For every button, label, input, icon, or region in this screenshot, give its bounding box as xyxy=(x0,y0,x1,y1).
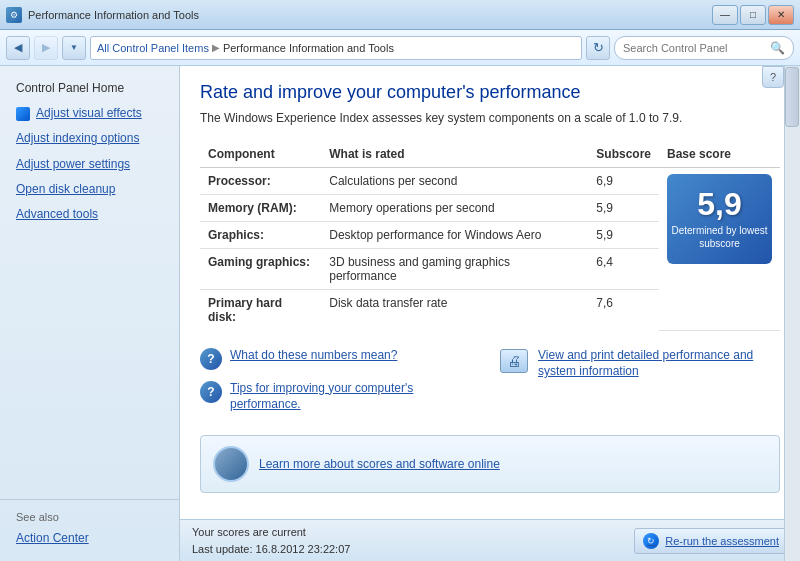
scrollbar-track[interactable] xyxy=(784,66,800,561)
row-disk-name: Primary hard disk: xyxy=(200,290,321,331)
breadcrumb-sep1: ▶ xyxy=(212,42,220,53)
row-graphics-what: Desktop performance for Windows Aero xyxy=(321,222,588,249)
performance-table: Component What is rated Subscore Base sc… xyxy=(200,141,780,331)
row-processor-name: Processor: xyxy=(200,168,321,195)
help-icon-1: ? xyxy=(200,348,222,370)
close-button[interactable]: ✕ xyxy=(768,5,794,25)
link-print-performance[interactable]: View and print detailed performance and … xyxy=(538,347,780,381)
address-bar: ◀ ▶ ▼ All Control Panel Items ▶ Performa… xyxy=(0,30,800,66)
learn-more-box: Learn more about scores and software onl… xyxy=(200,435,780,493)
rerun-icon: ↻ xyxy=(643,533,659,549)
breadcrumb-all-items[interactable]: All Control Panel Items xyxy=(97,42,209,54)
sidebar-nav: Control Panel Home Adjust visual effects… xyxy=(0,76,179,491)
row-processor-subscore: 6,9 xyxy=(588,168,659,195)
window-controls: — □ ✕ xyxy=(712,5,794,25)
search-box: 🔍 xyxy=(614,36,794,60)
window-title: Performance Information and Tools xyxy=(28,9,199,21)
base-score-label: Determined by lowest subscore xyxy=(667,224,772,250)
title-bar-left: ⚙ Performance Information and Tools xyxy=(6,7,199,23)
row-gaming-what: 3D business and gaming graphics performa… xyxy=(321,249,588,290)
link-improving-performance[interactable]: Tips for improving your computer's perfo… xyxy=(230,380,482,414)
row-disk-subscore: 7,6 xyxy=(588,290,659,331)
row-processor-what: Calculations per second xyxy=(321,168,588,195)
maximize-button[interactable]: □ xyxy=(740,5,766,25)
row-memory-name: Memory (RAM): xyxy=(200,195,321,222)
links-right: 🖨 View and print detailed performance an… xyxy=(498,347,780,424)
col-component: Component xyxy=(200,141,321,168)
row-memory-what: Memory operations per second xyxy=(321,195,588,222)
refresh-button[interactable]: ↻ xyxy=(586,36,610,60)
forward-button[interactable]: ▶ xyxy=(34,36,58,60)
globe-icon xyxy=(213,446,249,482)
link-learn-more[interactable]: Learn more about scores and software onl… xyxy=(259,456,500,473)
scrollbar-thumb[interactable] xyxy=(785,67,799,127)
base-score-cell: 5,9 Determined by lowest subscore xyxy=(659,168,780,331)
content-subtitle: The Windows Experience Index assesses ke… xyxy=(200,111,780,125)
search-input[interactable] xyxy=(623,42,766,54)
table-row: Processor: Calculations per second 6,9 5… xyxy=(200,168,780,195)
dropdown-button[interactable]: ▼ xyxy=(62,36,86,60)
col-base-score: Base score xyxy=(659,141,780,168)
col-subscore: Subscore xyxy=(588,141,659,168)
status-line2: Last update: 16.8.2012 23:22:07 xyxy=(192,541,350,558)
print-icon-container: 🖨 xyxy=(498,347,530,375)
sidebar: Control Panel Home Adjust visual effects… xyxy=(0,66,180,561)
sidebar-item-advanced-tools[interactable]: Advanced tools xyxy=(0,202,179,227)
status-line1: Your scores are current xyxy=(192,524,350,541)
rerun-label: Re-run the assessment xyxy=(665,535,779,547)
sidebar-item-control-panel-home[interactable]: Control Panel Home xyxy=(0,76,179,101)
breadcrumb: All Control Panel Items ▶ Performance In… xyxy=(90,36,582,60)
minimize-button[interactable]: — xyxy=(712,5,738,25)
shield-icon xyxy=(16,107,30,121)
base-score-box: 5,9 Determined by lowest subscore xyxy=(667,174,772,264)
rerun-button[interactable]: ↻ Re-run the assessment xyxy=(634,528,788,554)
sidebar-item-disk-cleanup[interactable]: Open disk cleanup xyxy=(0,177,179,202)
see-also-label: See also xyxy=(0,508,179,526)
help-icon-2: ? xyxy=(200,381,222,403)
search-icon[interactable]: 🔍 xyxy=(770,41,785,55)
page-title: Rate and improve your computer's perform… xyxy=(200,82,780,103)
sidebar-item-visual-effects[interactable]: Adjust visual effects xyxy=(0,101,179,126)
links-section: ? What do these numbers mean? ? Tips for… xyxy=(200,347,780,424)
row-disk-what: Disk data transfer rate xyxy=(321,290,588,331)
sidebar-item-indexing[interactable]: Adjust indexing options xyxy=(0,126,179,151)
back-button[interactable]: ◀ xyxy=(6,36,30,60)
window-icon: ⚙ xyxy=(6,7,22,23)
status-text: Your scores are current Last update: 16.… xyxy=(192,524,350,557)
content-area: ? Rate and improve your computer's perfo… xyxy=(180,66,800,561)
sidebar-bottom: See also Action Center xyxy=(0,499,179,551)
print-icon: 🖨 xyxy=(500,349,528,373)
main-content: Control Panel Home Adjust visual effects… xyxy=(0,66,800,561)
col-what-rated: What is rated xyxy=(321,141,588,168)
links-left: ? What do these numbers mean? ? Tips for… xyxy=(200,347,482,424)
help-link-row-2: ? Tips for improving your computer's per… xyxy=(200,380,482,414)
help-button[interactable]: ? xyxy=(762,66,784,88)
base-score-number: 5,9 xyxy=(697,188,741,220)
help-link-row-1: ? What do these numbers mean? xyxy=(200,347,482,370)
link-numbers-meaning[interactable]: What do these numbers mean? xyxy=(230,347,397,364)
sidebar-item-action-center[interactable]: Action Center xyxy=(0,526,179,551)
breadcrumb-current: Performance Information and Tools xyxy=(223,42,394,54)
row-graphics-subscore: 5,9 xyxy=(588,222,659,249)
status-bar: Your scores are current Last update: 16.… xyxy=(180,519,800,561)
row-gaming-subscore: 6,4 xyxy=(588,249,659,290)
globe-icon-container xyxy=(213,446,249,482)
row-gaming-name: Gaming graphics: xyxy=(200,249,321,290)
row-memory-subscore: 5,9 xyxy=(588,195,659,222)
row-graphics-name: Graphics: xyxy=(200,222,321,249)
sidebar-item-power[interactable]: Adjust power settings xyxy=(0,152,179,177)
title-bar: ⚙ Performance Information and Tools — □ … xyxy=(0,0,800,30)
